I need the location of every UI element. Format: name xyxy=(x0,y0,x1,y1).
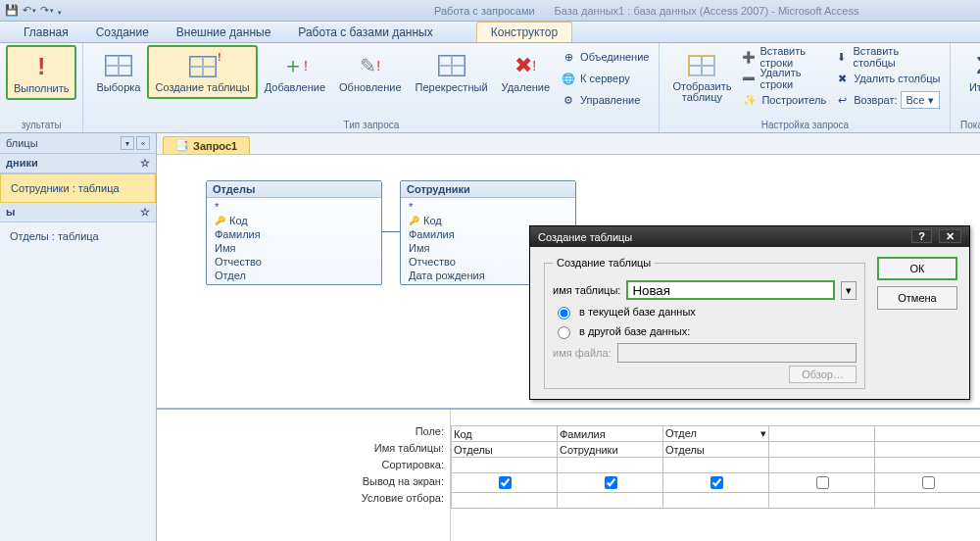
grid-cell[interactable] xyxy=(452,473,558,493)
field-row[interactable]: Отчество xyxy=(215,255,373,269)
show-checkbox[interactable] xyxy=(710,476,723,489)
grid-cell[interactable] xyxy=(663,493,769,509)
show-checkbox[interactable] xyxy=(816,476,829,489)
return-control[interactable]: ↩Возврат:Все ▾ xyxy=(834,90,940,110)
grid-table[interactable]: КодФамилияОтдел ▾ОтделыСотрудникиОтделы xyxy=(451,425,980,509)
grid-cell[interactable] xyxy=(663,473,769,493)
radio-current-db[interactable] xyxy=(558,307,570,320)
update-button[interactable]: ✎! Обновление xyxy=(332,45,409,98)
grid-cell[interactable]: Отдел ▾ xyxy=(663,426,769,442)
dialog-title: Создание таблицы xyxy=(538,231,632,243)
group-results-label: зультаты xyxy=(6,118,76,132)
field-row[interactable]: Отдел xyxy=(215,269,373,282)
select-query-button[interactable]: Выборка xyxy=(89,45,147,98)
append-button[interactable]: ＋! Добавление xyxy=(258,45,332,98)
run-button[interactable]: ! Выполнить xyxy=(6,45,76,100)
ribbon-tabs: Главная Создание Внешние данные Работа с… xyxy=(0,22,980,43)
tab-external-data[interactable]: Внешние данные xyxy=(163,23,285,42)
grid-cell[interactable] xyxy=(558,473,663,493)
save-icon[interactable]: 💾 xyxy=(4,3,20,19)
grid-cell[interactable] xyxy=(875,426,981,442)
grid-cell[interactable] xyxy=(558,458,663,473)
nav-section-employees[interactable]: дники☆ xyxy=(0,154,156,173)
tab-home[interactable]: Главная xyxy=(10,23,82,42)
table-name-input[interactable] xyxy=(626,280,835,300)
show-checkbox[interactable] xyxy=(499,476,512,489)
join-line[interactable] xyxy=(382,231,400,232)
context-title: Работа с запросами xyxy=(434,5,535,17)
grid-cell[interactable] xyxy=(875,442,981,458)
show-checkbox[interactable] xyxy=(605,476,617,489)
diagram-table-body: * Код Фамилия Имя Отчество Отдел xyxy=(207,198,381,284)
show-table-button[interactable]: Отобразить таблицу xyxy=(665,45,738,108)
dropdown-icon[interactable]: ▾ xyxy=(841,281,857,300)
nav-section-departments[interactable]: ы☆ xyxy=(0,203,156,222)
crosstab-icon xyxy=(436,50,467,81)
grid-cell[interactable] xyxy=(769,493,875,509)
field-row[interactable]: Фамилия xyxy=(215,227,373,241)
grid-cell[interactable] xyxy=(452,458,558,473)
tab-db-tools[interactable]: Работа с базами данных xyxy=(284,23,446,42)
field-row[interactable]: Код xyxy=(215,214,373,227)
grid-cell[interactable] xyxy=(875,458,981,473)
cancel-button[interactable]: Отмена xyxy=(877,286,957,310)
builder-button[interactable]: ✨Построитель xyxy=(742,90,826,110)
collapse-icon[interactable]: « xyxy=(136,136,150,150)
browse-button: Обзор… xyxy=(789,366,857,383)
delete-button[interactable]: ✖! Удаление xyxy=(495,45,558,98)
grid-cell[interactable]: Сотрудники xyxy=(558,442,663,458)
insert-cols-button[interactable]: ⬇Вставить столбцы xyxy=(834,47,940,67)
dialog-title-bar[interactable]: Создание таблицы ? ✕ xyxy=(530,226,969,247)
make-table-button[interactable]: ! Создание таблицы xyxy=(147,45,257,99)
diagram-table-departments[interactable]: Отделы * Код Фамилия Имя Отчество Отдел xyxy=(206,180,382,285)
nav-item-departments-table[interactable]: Отделы : таблица xyxy=(0,222,156,250)
passthrough-button[interactable]: 🌐К серверу xyxy=(561,69,649,88)
grid-cell[interactable]: Фамилия xyxy=(558,426,663,442)
grid-cell[interactable] xyxy=(875,473,981,493)
return-icon: ↩ xyxy=(834,92,850,108)
grid-cell[interactable]: Отделы xyxy=(452,442,558,458)
make-table-label: Создание таблицы xyxy=(155,82,249,93)
chevron-down-icon[interactable]: ▾ xyxy=(121,136,134,150)
redo-icon[interactable]: ↷ xyxy=(39,3,55,19)
nav-item-employees-table[interactable]: Сотрудники : таблица xyxy=(0,173,156,203)
tab-create[interactable]: Создание xyxy=(82,23,163,42)
tab-designer[interactable]: Конструктор xyxy=(476,22,572,42)
field-row[interactable]: Имя xyxy=(215,241,373,255)
quick-access-toolbar: 💾 ↶ ↷ xyxy=(0,3,62,19)
delete-rows-button[interactable]: ➖Удалить строки xyxy=(742,69,826,88)
grid-cell[interactable]: Код xyxy=(452,426,558,442)
grid-cell[interactable] xyxy=(769,458,875,473)
return-value[interactable]: Все ▾ xyxy=(901,91,940,109)
nav-header[interactable]: блицы ▾ « xyxy=(0,133,156,154)
insert-col-icon: ⬇ xyxy=(834,49,849,65)
grid-label-show: Вывод на экран: xyxy=(157,475,444,492)
field-row[interactable]: * xyxy=(409,200,567,214)
ok-button[interactable]: ОК xyxy=(877,257,957,280)
crosstab-button[interactable]: Перекрестный xyxy=(409,45,495,98)
delete-col-icon: ✖ xyxy=(834,71,850,86)
grid-cell[interactable] xyxy=(769,442,875,458)
delete-cols-button[interactable]: ✖Удалить столбцы xyxy=(834,69,940,88)
help-icon[interactable]: ? xyxy=(911,229,932,243)
datadef-button[interactable]: ⚙Управление xyxy=(561,90,649,110)
undo-icon[interactable]: ↶ xyxy=(22,3,37,19)
show-checkbox[interactable] xyxy=(922,476,935,489)
radio-other-db[interactable] xyxy=(558,326,570,339)
grid-label-field: Поле: xyxy=(157,425,444,442)
grid-cell[interactable] xyxy=(769,473,875,493)
grid-cell[interactable]: Отделы xyxy=(663,442,769,458)
group-show-hide: Σ Итоги xyzСтр 📄Име Показать и xyxy=(951,43,980,132)
grid-cell[interactable] xyxy=(558,493,663,509)
qat-more-icon[interactable] xyxy=(57,5,62,17)
grid-cell[interactable] xyxy=(875,493,981,509)
grid-cell[interactable] xyxy=(769,426,875,442)
query-tab[interactable]: 📑 Запрос1 xyxy=(163,136,250,154)
union-button[interactable]: ⊕Объединение xyxy=(561,47,649,67)
close-icon[interactable]: ✕ xyxy=(939,229,961,243)
field-row[interactable]: * xyxy=(215,200,373,214)
grid-cell[interactable] xyxy=(452,493,558,509)
grid-cell[interactable] xyxy=(663,458,769,473)
insert-rows-button[interactable]: ➕Вставить строки xyxy=(742,47,826,67)
totals-button[interactable]: Σ Итоги xyxy=(956,45,980,98)
